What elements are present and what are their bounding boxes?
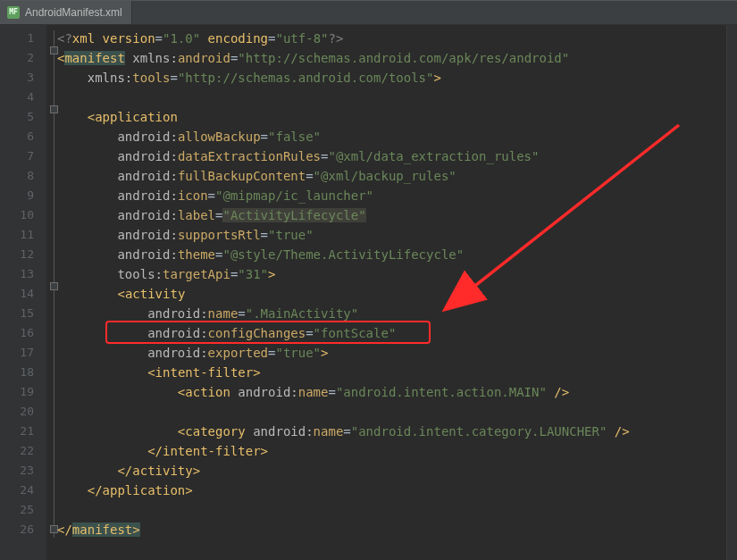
manifest-file-icon: MF	[7, 6, 20, 19]
code-line[interactable]: android:supportsRtl="true"	[57, 225, 726, 245]
code-line[interactable]: android:theme="@style/Theme.ActivityLife…	[57, 245, 726, 264]
line-number: 17	[0, 343, 34, 363]
tab-android-manifest[interactable]: MF AndroidManifest.xml	[0, 0, 132, 24]
code-line[interactable]: android:dataExtractionRules="@xml/data_e…	[57, 146, 726, 166]
line-number: 14	[0, 284, 34, 304]
code-line[interactable]: android:icon="@mipmap/ic_launcher"	[57, 186, 726, 205]
code-line[interactable]	[57, 88, 726, 107]
code-editor[interactable]: 1234567891011121314151617181920212223242…	[0, 25, 737, 560]
code-line[interactable]: android:exported="true">	[57, 343, 726, 363]
line-number: 15	[0, 304, 34, 323]
code-line[interactable]: </intent-filter>	[57, 441, 726, 461]
code-line[interactable]: android:fullBackupContent="@xml/backup_r…	[57, 166, 726, 186]
code-line[interactable]: <action android:name="android.intent.act…	[57, 382, 726, 402]
line-number: 4	[0, 88, 34, 107]
line-number-gutter: 1234567891011121314151617181920212223242…	[0, 25, 46, 560]
line-number: 2	[0, 48, 34, 68]
error-stripe[interactable]	[726, 25, 737, 560]
line-number: 7	[0, 146, 34, 166]
code-line[interactable]	[57, 500, 726, 520]
code-line[interactable]: tools:targetApi="31">	[57, 264, 726, 284]
tab-label: AndroidManifest.xml	[25, 6, 122, 19]
code-line[interactable]: <intent-filter>	[57, 363, 726, 382]
code-line[interactable]: android:configChanges="fontScale"	[57, 323, 726, 343]
line-number: 6	[0, 127, 34, 146]
line-number: 11	[0, 225, 34, 245]
line-number: 16	[0, 323, 34, 343]
line-number: 19	[0, 382, 34, 402]
line-number: 25	[0, 500, 34, 520]
code-line[interactable]	[57, 402, 726, 422]
line-number: 13	[0, 264, 34, 284]
code-line[interactable]: <application	[57, 107, 726, 127]
line-number: 22	[0, 441, 34, 461]
code-line[interactable]: <category android:name="android.intent.c…	[57, 422, 726, 441]
line-number: 23	[0, 461, 34, 481]
line-number: 26	[0, 520, 34, 539]
code-line[interactable]: android:name=".MainActivity"	[57, 304, 726, 323]
code-line[interactable]: </manifest>	[57, 520, 726, 539]
line-number: 5	[0, 107, 34, 127]
line-number: 1	[0, 29, 34, 48]
line-number: 3	[0, 68, 34, 88]
window-top-border	[0, 0, 737, 1]
code-line[interactable]: <?xml version="1.0" encoding="utf-8"?>	[57, 29, 726, 48]
line-number: 12	[0, 245, 34, 264]
code-line[interactable]: android:allowBackup="false"	[57, 127, 726, 146]
line-number: 18	[0, 363, 34, 382]
code-line[interactable]: xmlns:tools="http://schemas.android.com/…	[57, 68, 726, 88]
line-number: 10	[0, 205, 34, 225]
line-number: 21	[0, 422, 34, 441]
code-line[interactable]: android:label="ActivityLifecycle"	[57, 205, 726, 225]
line-number: 24	[0, 481, 34, 500]
code-line[interactable]: </application>	[57, 481, 726, 500]
code-area[interactable]: <?xml version="1.0" encoding="utf-8"?><m…	[46, 25, 726, 560]
line-number: 9	[0, 186, 34, 205]
line-number: 8	[0, 166, 34, 186]
editor-tab-bar: MF AndroidManifest.xml	[0, 0, 737, 25]
code-line[interactable]: <activity	[57, 284, 726, 304]
code-line[interactable]: </activity>	[57, 461, 726, 481]
line-number: 20	[0, 402, 34, 422]
code-line[interactable]: <manifest xmlns:android="http://schemas.…	[57, 48, 726, 68]
